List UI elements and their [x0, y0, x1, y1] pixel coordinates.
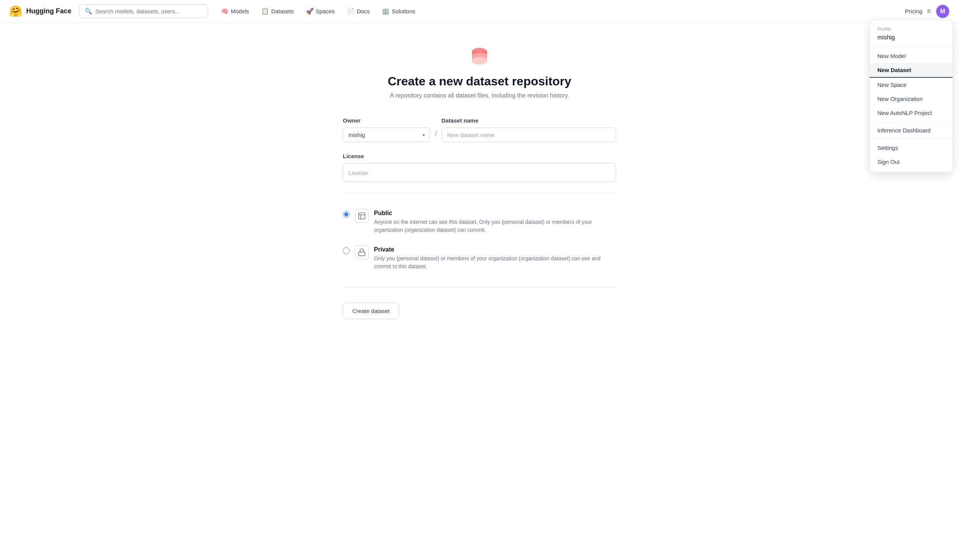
dataset-name-group: Dataset name — [441, 117, 616, 142]
license-group: License — [343, 153, 616, 182]
docs-icon: 📄 — [347, 8, 355, 15]
svg-rect-8 — [359, 252, 365, 256]
owner-select[interactable]: mishig — [343, 127, 430, 142]
logo[interactable]: 🤗 Hugging Face — [9, 5, 72, 18]
nav-item-docs[interactable]: 📄 Docs — [342, 5, 375, 18]
public-text: Public Anyone on the internet can see th… — [374, 210, 616, 234]
search-input[interactable] — [95, 8, 202, 14]
slash-separator: / — [435, 130, 437, 142]
owner-group: Owner mishig ▾ — [343, 117, 430, 142]
private-radio[interactable] — [343, 247, 350, 254]
public-radio[interactable] — [343, 211, 350, 218]
extra-menu-icon[interactable]: ≡ — [927, 7, 931, 15]
nav-item-spaces[interactable]: 🚀 Spaces — [301, 5, 340, 18]
license-input[interactable] — [343, 163, 616, 182]
nav-label-solutions: Solutions — [392, 8, 415, 14]
nav-item-datasets[interactable]: 📋 Datasets — [256, 5, 299, 18]
dropdown-new-organization[interactable]: New Organization — [870, 92, 953, 106]
nav-item-models[interactable]: 🧠 Models — [216, 5, 254, 18]
create-dataset-button[interactable]: Create dataset — [343, 303, 399, 319]
page-subtitle: A repository contains all dataset files,… — [390, 92, 569, 99]
main-nav: 🧠 Models 📋 Datasets 🚀 Spaces 📄 Docs 🏢 So… — [216, 5, 421, 18]
license-label: License — [343, 153, 616, 159]
form-divider-2 — [343, 287, 616, 288]
private-desc: Only you (personal dataset) or members o… — [374, 255, 616, 270]
nav-label-docs: Docs — [357, 8, 370, 14]
public-title: Public — [374, 210, 616, 216]
nav-label-datasets: Datasets — [271, 8, 293, 14]
pricing-link[interactable]: Pricing — [905, 8, 922, 14]
logo-text: Hugging Face — [26, 7, 72, 15]
database-icon — [469, 46, 490, 67]
owner-label: Owner — [343, 117, 430, 124]
navbar-actions: Pricing ≡ M — [905, 4, 950, 19]
dropdown-divider-1 — [870, 47, 953, 48]
nav-label-models: Models — [231, 8, 249, 14]
page-icon — [469, 46, 490, 68]
models-icon: 🧠 — [221, 8, 229, 15]
nav-label-spaces: Spaces — [316, 8, 335, 14]
dropdown-settings[interactable]: Settings — [870, 141, 953, 155]
main-content: Create a new dataset repository A reposi… — [0, 23, 959, 560]
search-bar[interactable]: 🔍 — [79, 4, 208, 18]
dataset-name-input[interactable] — [441, 127, 616, 142]
svg-point-4 — [472, 57, 487, 65]
dataset-name-label: Dataset name — [441, 117, 616, 124]
nav-item-solutions[interactable]: 🏢 Solutions — [377, 5, 421, 18]
owner-name-row: Owner mishig ▾ / Dataset name — [343, 117, 616, 142]
dropdown-username: mishig — [870, 33, 953, 46]
datasets-icon: 📋 — [261, 8, 269, 15]
logo-emoji: 🤗 — [9, 5, 22, 18]
visibility-option-public[interactable]: Public Anyone on the internet can see th… — [343, 204, 616, 240]
public-desc: Anyone on the internet can see this data… — [374, 218, 616, 234]
private-icon — [355, 245, 369, 259]
dropdown-profile-label: Profile — [870, 23, 953, 33]
visibility-option-private[interactable]: Private Only you (personal dataset) or m… — [343, 240, 616, 277]
page-title: Create a new dataset repository — [388, 74, 571, 88]
dropdown-new-autonlp[interactable]: New AutoNLP Project — [870, 106, 953, 120]
search-icon: 🔍 — [84, 8, 92, 15]
dropdown-sign-out[interactable]: Sign Out — [870, 155, 953, 169]
public-icon — [355, 209, 369, 223]
private-text: Private Only you (personal dataset) or m… — [374, 246, 616, 270]
private-title: Private — [374, 246, 616, 253]
dropdown-new-space[interactable]: New Space — [870, 78, 953, 92]
dropdown-menu: Profile mishig New Model New Dataset New… — [870, 20, 953, 172]
dropdown-new-dataset[interactable]: New Dataset — [870, 63, 953, 78]
dropdown-new-model[interactable]: New Model — [870, 49, 953, 63]
dropdown-inference-dashboard[interactable]: Inference Dashboard — [870, 123, 953, 137]
avatar[interactable]: M — [935, 4, 950, 19]
owner-select-wrapper: mishig ▾ — [343, 127, 430, 142]
dropdown-divider-3 — [870, 139, 953, 139]
avatar-initials: M — [936, 5, 949, 18]
solutions-icon: 🏢 — [382, 8, 390, 15]
form-container: Owner mishig ▾ / Dataset name License — [343, 117, 616, 319]
navbar: 🤗 Hugging Face 🔍 🧠 Models 📋 Datasets 🚀 S… — [0, 0, 959, 23]
svg-rect-5 — [359, 213, 365, 219]
spaces-icon: 🚀 — [306, 8, 314, 15]
dropdown-divider-2 — [870, 121, 953, 122]
form-divider-1 — [343, 193, 616, 193]
